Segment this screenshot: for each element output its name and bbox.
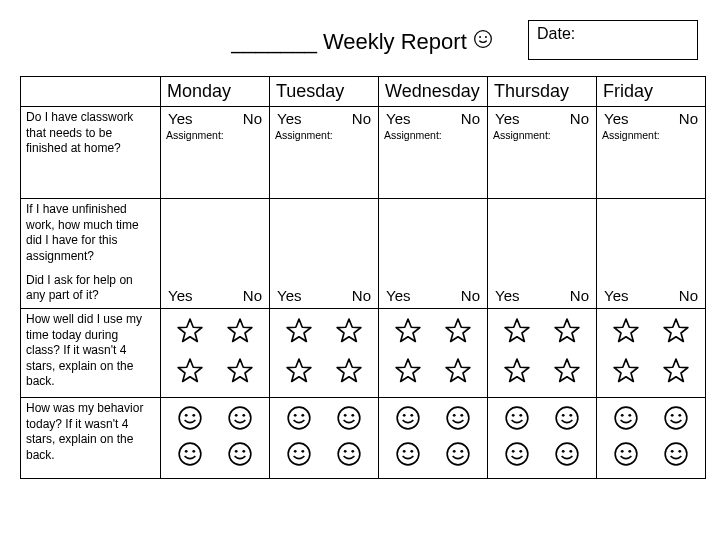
svg-point-1 [479, 36, 481, 38]
no-option[interactable]: No [243, 110, 262, 127]
q2-mon[interactable]: YesNo [161, 199, 270, 309]
star-rating[interactable] [384, 312, 482, 394]
q3-wed[interactable] [379, 309, 488, 398]
no-option[interactable]: No [461, 110, 480, 127]
yes-option[interactable]: Yes [604, 287, 628, 304]
yes-option[interactable]: Yes [386, 287, 410, 304]
q1-wed[interactable]: YesNo Assignment: [379, 107, 488, 199]
q2-tue[interactable]: YesNo [270, 199, 379, 309]
smiley-icon[interactable] [554, 405, 580, 435]
q3-tue[interactable] [270, 309, 379, 398]
smiley-rating[interactable] [602, 401, 700, 475]
smiley-icon[interactable] [445, 405, 471, 435]
smiley-icon[interactable] [663, 441, 689, 471]
yes-option[interactable]: Yes [495, 287, 519, 304]
smiley-icon[interactable] [554, 441, 580, 471]
star-icon[interactable] [175, 316, 205, 350]
yes-option[interactable]: Yes [386, 110, 410, 127]
smiley-icon[interactable] [336, 441, 362, 471]
star-icon[interactable] [611, 316, 641, 350]
star-icon[interactable] [334, 356, 364, 390]
smiley-icon[interactable] [227, 441, 253, 471]
smiley-icon[interactable] [395, 405, 421, 435]
q3-mon[interactable] [161, 309, 270, 398]
smiley-icon[interactable] [286, 405, 312, 435]
star-icon[interactable] [334, 316, 364, 350]
smiley-icon[interactable] [504, 405, 530, 435]
day-header-thu: Thursday [488, 77, 597, 107]
no-option[interactable]: No [243, 287, 262, 304]
yes-option[interactable]: Yes [277, 110, 301, 127]
yes-option[interactable]: Yes [168, 287, 192, 304]
q1-thu[interactable]: YesNo Assignment: [488, 107, 597, 199]
smiley-rating[interactable] [384, 401, 482, 475]
q3-thu[interactable] [488, 309, 597, 398]
q4-mon[interactable] [161, 398, 270, 479]
smiley-icon[interactable] [227, 405, 253, 435]
star-rating[interactable] [602, 312, 700, 394]
smiley-icon[interactable] [177, 405, 203, 435]
yes-option[interactable]: Yes [277, 287, 301, 304]
star-icon[interactable] [175, 356, 205, 390]
q2-thu[interactable]: YesNo [488, 199, 597, 309]
q3-fri[interactable] [597, 309, 706, 398]
q2-fri[interactable]: YesNo [597, 199, 706, 309]
title-blank[interactable]: _______ [231, 29, 317, 55]
yes-option[interactable]: Yes [168, 110, 192, 127]
star-rating[interactable] [166, 312, 264, 394]
q4-tue[interactable] [270, 398, 379, 479]
q4-fri[interactable] [597, 398, 706, 479]
yes-option[interactable]: Yes [495, 110, 519, 127]
star-icon[interactable] [393, 356, 423, 390]
no-option[interactable]: No [570, 110, 589, 127]
smiley-icon[interactable] [445, 441, 471, 471]
smiley-icon[interactable] [177, 441, 203, 471]
star-icon[interactable] [225, 316, 255, 350]
smiley-icon[interactable] [286, 441, 312, 471]
q1-fri[interactable]: YesNo Assignment: [597, 107, 706, 199]
q1-tue[interactable]: YesNo Assignment: [270, 107, 379, 199]
svg-point-5 [192, 414, 195, 417]
smiley-icon[interactable] [613, 441, 639, 471]
no-option[interactable]: No [679, 110, 698, 127]
no-option[interactable]: No [352, 110, 371, 127]
star-icon[interactable] [552, 316, 582, 350]
star-icon[interactable] [611, 356, 641, 390]
star-rating[interactable] [275, 312, 373, 394]
q4-thu[interactable] [488, 398, 597, 479]
star-icon[interactable] [443, 316, 473, 350]
smiley-icon[interactable] [395, 441, 421, 471]
assignment-label: Assignment: [493, 129, 591, 141]
smiley-rating[interactable] [275, 401, 373, 475]
star-rating[interactable] [493, 312, 591, 394]
date-field[interactable]: Date: [528, 20, 698, 60]
star-icon[interactable] [552, 356, 582, 390]
q2-wed[interactable]: YesNo [379, 199, 488, 309]
no-option[interactable]: No [570, 287, 589, 304]
star-icon[interactable] [393, 316, 423, 350]
smiley-rating[interactable] [166, 401, 264, 475]
smiley-icon[interactable] [336, 405, 362, 435]
star-icon[interactable] [443, 356, 473, 390]
smiley-icon[interactable] [663, 405, 689, 435]
star-icon[interactable] [284, 316, 314, 350]
svg-point-6 [229, 407, 251, 429]
no-option[interactable]: No [461, 287, 480, 304]
smiley-rating[interactable] [493, 401, 591, 475]
yes-option[interactable]: Yes [604, 110, 628, 127]
no-option[interactable]: No [352, 287, 371, 304]
svg-point-25 [344, 450, 347, 453]
star-icon[interactable] [502, 356, 532, 390]
smiley-icon[interactable] [504, 441, 530, 471]
no-option[interactable]: No [679, 287, 698, 304]
star-icon[interactable] [661, 356, 691, 390]
smiley-icon[interactable] [613, 405, 639, 435]
star-icon[interactable] [225, 356, 255, 390]
q4-wed[interactable] [379, 398, 488, 479]
svg-point-38 [460, 450, 463, 453]
star-icon[interactable] [502, 316, 532, 350]
star-icon[interactable] [284, 356, 314, 390]
q1-mon[interactable]: YesNo Assignment: [161, 107, 270, 199]
svg-point-49 [562, 450, 565, 453]
star-icon[interactable] [661, 316, 691, 350]
